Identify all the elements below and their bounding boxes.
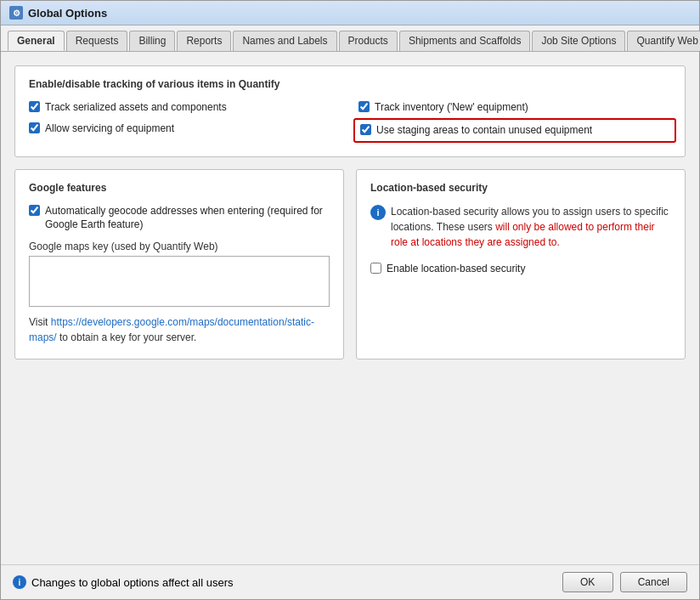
label-enable-security: Enable location-based security: [387, 262, 525, 276]
bottom-info-text: Changes to global options affect all use…: [31, 576, 234, 589]
security-info-text: Location-based security allows you to as…: [391, 204, 671, 250]
tracking-left-col: Track serialized assets and components A…: [29, 100, 342, 143]
google-panel: Google features Automatically geocode ad…: [14, 169, 344, 360]
tracking-panel: Enable/disable tracking of various items…: [14, 65, 686, 157]
visit-prefix: Visit: [29, 316, 51, 328]
label-inventory: Track inventory ('New' equipment): [375, 100, 528, 115]
title-bar: ⚙ Global Options: [1, 1, 699, 25]
label-serialized: Track serialized assets and components: [45, 100, 227, 115]
label-staging: Use staging areas to contain unused equi…: [376, 123, 592, 138]
enable-security-row: Enable location-based security: [370, 262, 671, 276]
info-icon: i: [370, 205, 386, 220]
tab-billing[interactable]: Billing: [129, 31, 175, 51]
tab-reports[interactable]: Reports: [177, 31, 231, 51]
window-icon: ⚙: [9, 6, 23, 20]
tracking-grid: Track serialized assets and components A…: [29, 100, 671, 143]
tab-requests[interactable]: Requests: [66, 31, 128, 51]
bottom-bar: i Changes to global options affect all u…: [1, 564, 699, 599]
checkbox-staging[interactable]: [360, 124, 371, 135]
label-servicing: Allow servicing of equipment: [45, 122, 174, 136]
tracking-panel-title: Enable/disable tracking of various items…: [29, 78, 671, 90]
checkbox-row-staging: Use staging areas to contain unused equi…: [353, 118, 676, 143]
checkbox-geocode[interactable]: [29, 205, 40, 216]
security-panel-title: Location-based security: [370, 182, 671, 194]
tab-names-labels[interactable]: Names and Labels: [233, 31, 336, 51]
visit-suffix: to obtain a key for your server.: [57, 331, 197, 343]
tab-quantify-web[interactable]: Quantify Web: [627, 31, 700, 51]
tabs-bar: General Requests Billing Reports Names a…: [1, 25, 699, 52]
checkbox-servicing[interactable]: [29, 122, 40, 133]
tab-general[interactable]: General: [8, 31, 65, 51]
global-options-window: ⚙ Global Options General Requests Billin…: [0, 0, 700, 600]
lower-panels: Google features Automatically geocode ad…: [14, 169, 686, 360]
bottom-info-icon: i: [13, 575, 26, 589]
checkbox-inventory[interactable]: [358, 101, 370, 112]
checkbox-enable-security[interactable]: [370, 263, 381, 274]
tab-jobsite[interactable]: Job Site Options: [532, 31, 625, 51]
security-info-row: i Location-based security allows you to …: [370, 204, 671, 250]
bottom-buttons: OK Cancel: [562, 572, 687, 592]
maps-key-input[interactable]: [29, 256, 330, 307]
tracking-right-col: Track inventory ('New' equipment) Use st…: [358, 100, 671, 143]
checkbox-row-inventory: Track inventory ('New' equipment): [358, 100, 671, 115]
checkbox-row-servicing: Allow servicing of equipment: [29, 122, 342, 136]
visit-text: Visit https://developers.google.com/maps…: [29, 314, 330, 345]
cancel-button[interactable]: Cancel: [620, 572, 687, 592]
maps-key-label: Google maps key (used by Quantify Web): [29, 241, 330, 252]
checkbox-row-serialized: Track serialized assets and components: [29, 100, 342, 115]
content-area: Enable/disable tracking of various items…: [1, 52, 699, 564]
tab-products[interactable]: Products: [339, 31, 398, 51]
checkbox-serialized[interactable]: [29, 101, 40, 112]
window-title: Global Options: [28, 7, 107, 20]
ok-button[interactable]: OK: [562, 572, 613, 592]
geocode-row: Automatically geocode addresses when ent…: [29, 204, 330, 233]
bottom-info: i Changes to global options affect all u…: [13, 575, 234, 589]
label-geocode: Automatically geocode addresses when ent…: [45, 204, 330, 233]
security-panel: Location-based security i Location-based…: [356, 169, 686, 360]
google-panel-title: Google features: [29, 182, 330, 194]
security-highlight: will only be allowed to perform their ro…: [391, 221, 655, 248]
maps-key-section: Google maps key (used by Quantify Web): [29, 241, 330, 309]
tab-shipments[interactable]: Shipments and Scaffolds: [399, 31, 531, 51]
